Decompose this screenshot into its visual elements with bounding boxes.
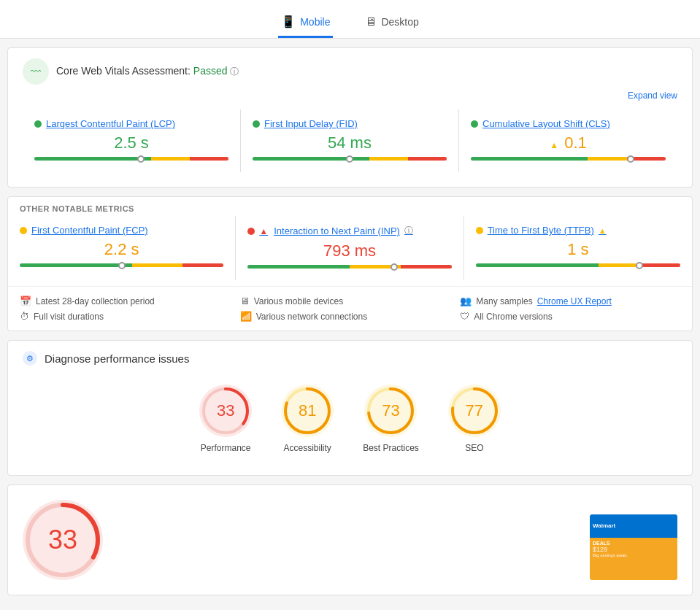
metric-inp-label[interactable]: ▲ Interaction to Next Paint (INP) ⓘ [247, 225, 451, 237]
score-circle-seo: 77 [448, 385, 501, 437]
preview-container: Walmart DEALS $129 Big savings await. [118, 500, 677, 580]
score-item-seo: 77 SEO [448, 385, 501, 453]
cls-bar [471, 157, 666, 161]
inp-bar-red [401, 265, 452, 269]
fcp-bar-orange [132, 263, 183, 267]
fid-bar-red [408, 157, 447, 161]
tab-mobile[interactable]: 📱 Mobile [278, 9, 333, 38]
inp-indicator [391, 263, 398, 271]
metric-ttfb-label[interactable]: Time to First Byte (TTFB) ▲ [476, 225, 680, 236]
metric-fid-value: 54 ms [253, 134, 447, 152]
performance-score-label: Performance [201, 443, 251, 453]
fcp-progress [20, 263, 223, 267]
best-practices-score-value: 73 [382, 401, 399, 420]
diagnose-header: ⚙ Diagnose performance issues [23, 351, 677, 366]
users-icon: 👥 [460, 296, 472, 306]
info-col-2: 🖥 Various mobile devices 📶 Various netwo… [240, 296, 461, 322]
info-row-network: 📶 Various network connections [240, 311, 461, 322]
best-practices-score-label: Best Practices [363, 443, 419, 453]
pulse-icon: 〰 [23, 58, 49, 85]
fcp-indicator [118, 262, 126, 269]
info-row-devices: 🖥 Various mobile devices [240, 296, 461, 306]
devices-icon: 🖥 [240, 296, 250, 306]
cwv-info-icon[interactable]: ⓘ [230, 66, 239, 77]
cwv-status: Passed [193, 65, 228, 77]
metric-lcp-value: 2.5 s [34, 134, 228, 152]
accessibility-score-value: 81 [299, 401, 316, 420]
chrome-ux-link[interactable]: Chrome UX Report [537, 296, 612, 306]
expand-view-button[interactable]: Expand view [23, 90, 677, 101]
metric-cls: Cumulative Layout Shift (CLS) ▲ 0.1 [459, 109, 677, 172]
preview-deals-text: DEALS [593, 541, 674, 546]
seo-score-label: SEO [465, 443, 483, 453]
mobile-icon: 📱 [281, 15, 296, 28]
diagnose-icon: ⚙ [23, 351, 37, 366]
walmart-preview: Walmart DEALS $129 Big savings await. [590, 514, 677, 580]
cwv-title: Core Web Vitals Assessment: Passed ⓘ [56, 65, 239, 78]
lcp-dot [34, 120, 42, 128]
big-score-circle: 33 [23, 500, 103, 580]
ttfb-progress [476, 263, 680, 267]
fcp-bar-red [182, 263, 223, 267]
lcp-bar-green [34, 157, 151, 161]
preview-bottom: DEALS $129 Big savings await. [590, 538, 677, 581]
score-item-accessibility: 81 Accessibility [281, 385, 334, 453]
fid-dot [253, 120, 260, 128]
cls-bar-orange [588, 157, 626, 161]
inp-dot [247, 228, 255, 235]
diagnose-section: ⚙ Diagnose performance issues 33 Perform… [7, 340, 693, 476]
inp-triangle: ▲ [259, 226, 268, 236]
diagnose-title: Diagnose performance issues [45, 352, 189, 365]
metric-fid: First Input Delay (FID) 54 ms [241, 109, 459, 172]
preview-price-text: $129 [593, 546, 674, 553]
big-score-section: 33 [23, 500, 103, 580]
fid-bar-orange [369, 157, 408, 161]
big-score-value: 33 [48, 525, 77, 555]
metric-fcp-value: 2.2 s [20, 240, 223, 259]
metric-fcp: First Contentful Paint (FCP) 2.2 s [8, 216, 236, 280]
info-row-calendar: 📅 Latest 28-day collection period [20, 296, 240, 306]
ttfb-bar [476, 263, 680, 267]
ttfb-triangle: ▲ [599, 226, 607, 235]
lcp-indicator [137, 155, 145, 163]
score-circle-accessibility: 81 [281, 385, 334, 437]
score-item-best-practices: 73 Best Practices [363, 385, 419, 453]
other-metrics-grid: First Contentful Paint (FCP) 2.2 s ▲ Int… [8, 216, 692, 280]
wifi-icon: 📶 [240, 311, 252, 322]
info-row-samples: 👥 Many samples Chrome UX Report [460, 296, 680, 306]
tab-mobile-label: Mobile [300, 16, 330, 28]
score-circle-performance: 33 [199, 385, 252, 437]
inp-bar [247, 265, 451, 269]
fid-indicator [346, 155, 353, 163]
lcp-bar-red [190, 157, 228, 161]
fcp-dot [20, 227, 27, 234]
ttfb-bar-orange [599, 263, 639, 267]
tab-desktop-label: Desktop [381, 16, 418, 28]
other-metrics-section: OTHER NOTABLE METRICS First Contentful P… [7, 196, 693, 331]
metric-fid-label[interactable]: First Input Delay (FID) [253, 118, 447, 129]
cwv-section: 〰 Core Web Vitals Assessment: Passed ⓘ E… [7, 47, 693, 188]
preview-savings-text: Big savings await. [593, 553, 674, 557]
ttfb-bar-red [639, 263, 680, 267]
ttfb-indicator [636, 262, 643, 269]
other-metrics-label: OTHER NOTABLE METRICS [8, 197, 692, 216]
cls-triangle: ▲ [550, 140, 558, 150]
fcp-bar-green [20, 263, 132, 267]
metric-lcp: Largest Contentful Paint (LCP) 2.5 s [23, 109, 241, 172]
fid-progress [253, 157, 447, 161]
shield-icon: 🛡 [460, 311, 469, 322]
cls-bar-green [471, 157, 588, 161]
inp-info-icon[interactable]: ⓘ [404, 225, 413, 237]
seo-score-value: 77 [466, 401, 483, 420]
metric-lcp-label[interactable]: Largest Contentful Paint (LCP) [34, 118, 228, 129]
core-metrics-grid: Largest Contentful Paint (LCP) 2.5 s Fir… [23, 109, 677, 172]
preview-top: Walmart [590, 514, 677, 538]
walmart-logo: Walmart [593, 522, 615, 529]
tab-desktop[interactable]: 🖥 Desktop [362, 9, 421, 38]
metric-cls-label[interactable]: Cumulative Layout Shift (CLS) [471, 118, 666, 129]
metric-inp-value: 793 ms [247, 242, 451, 260]
desktop-icon: 🖥 [365, 15, 377, 28]
ttfb-dot [476, 227, 483, 234]
metric-fcp-label[interactable]: First Contentful Paint (FCP) [20, 225, 223, 236]
ttfb-bar-green [476, 263, 599, 267]
